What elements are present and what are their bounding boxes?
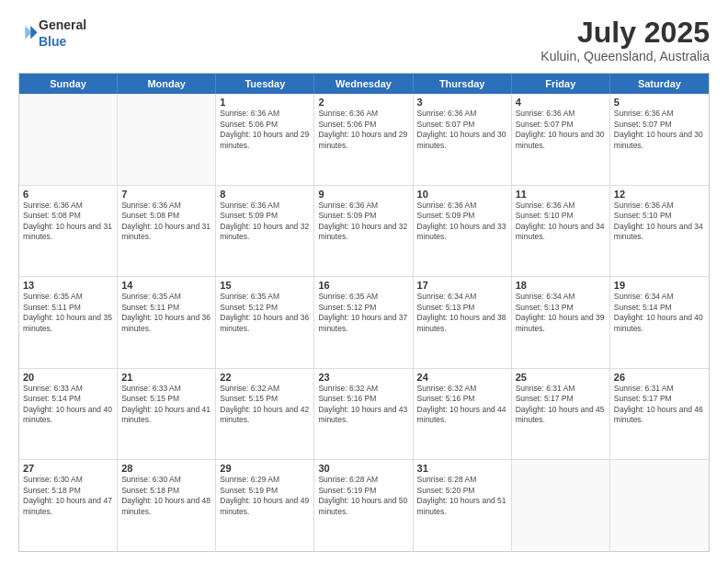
calendar-title: July 2025 <box>540 17 710 49</box>
day-info: Sunrise: 6:36 AM Sunset: 5:10 PM Dayligh… <box>614 201 705 243</box>
calendar-location: Kuluin, Queensland, Australia <box>540 49 710 63</box>
day-number: 29 <box>220 463 310 474</box>
calendar-week-1: 1Sunrise: 6:36 AM Sunset: 5:06 PM Daylig… <box>19 94 709 185</box>
day-number: 20 <box>23 372 113 383</box>
day-info: Sunrise: 6:36 AM Sunset: 5:08 PM Dayligh… <box>23 201 113 243</box>
header-day-wednesday: Wednesday <box>314 74 413 94</box>
calendar-week-5: 27Sunrise: 6:30 AM Sunset: 5:18 PM Dayli… <box>19 459 709 551</box>
day-info: Sunrise: 6:36 AM Sunset: 5:07 PM Dayligh… <box>614 109 705 151</box>
day-cell-14: 14Sunrise: 6:35 AM Sunset: 5:11 PM Dayli… <box>118 277 216 368</box>
day-number: 13 <box>23 280 113 291</box>
generalblue-icon <box>18 23 39 43</box>
day-cell-2: 2Sunrise: 6:36 AM Sunset: 5:06 PM Daylig… <box>314 94 413 185</box>
empty-cell <box>512 460 610 551</box>
day-number: 31 <box>417 463 507 474</box>
day-cell-26: 26Sunrise: 6:31 AM Sunset: 5:17 PM Dayli… <box>610 369 709 460</box>
header-day-sunday: Sunday <box>19 74 118 94</box>
title-block: July 2025 Kuluin, Queensland, Australia <box>540 17 710 63</box>
day-cell-1: 1Sunrise: 6:36 AM Sunset: 5:06 PM Daylig… <box>216 94 314 185</box>
day-cell-28: 28Sunrise: 6:30 AM Sunset: 5:18 PM Dayli… <box>118 460 216 551</box>
day-info: Sunrise: 6:28 AM Sunset: 5:20 PM Dayligh… <box>417 475 507 517</box>
day-cell-31: 31Sunrise: 6:28 AM Sunset: 5:20 PM Dayli… <box>414 460 512 551</box>
day-number: 22 <box>220 372 310 383</box>
day-number: 12 <box>614 189 705 200</box>
day-info: Sunrise: 6:34 AM Sunset: 5:13 PM Dayligh… <box>417 292 507 334</box>
day-cell-30: 30Sunrise: 6:28 AM Sunset: 5:19 PM Dayli… <box>314 460 413 551</box>
day-number: 27 <box>23 463 113 474</box>
day-info: Sunrise: 6:32 AM Sunset: 5:16 PM Dayligh… <box>318 384 408 426</box>
calendar-week-2: 6Sunrise: 6:36 AM Sunset: 5:08 PM Daylig… <box>19 185 709 277</box>
day-cell-17: 17Sunrise: 6:34 AM Sunset: 5:13 PM Dayli… <box>414 277 512 368</box>
day-cell-6: 6Sunrise: 6:36 AM Sunset: 5:08 PM Daylig… <box>19 186 118 277</box>
day-info: Sunrise: 6:35 AM Sunset: 5:11 PM Dayligh… <box>23 292 113 334</box>
header-day-monday: Monday <box>118 74 216 94</box>
day-cell-25: 25Sunrise: 6:31 AM Sunset: 5:17 PM Dayli… <box>512 369 610 460</box>
calendar-header: SundayMondayTuesdayWednesdayThursdayFrid… <box>19 74 709 94</box>
logo: General Blue <box>18 17 86 50</box>
header-day-saturday: Saturday <box>610 74 709 94</box>
day-number: 6 <box>23 189 113 200</box>
day-number: 18 <box>516 280 606 291</box>
day-info: Sunrise: 6:36 AM Sunset: 5:06 PM Dayligh… <box>318 109 408 151</box>
day-number: 14 <box>121 280 211 291</box>
day-number: 3 <box>417 97 507 108</box>
day-info: Sunrise: 6:30 AM Sunset: 5:18 PM Dayligh… <box>23 475 113 517</box>
day-number: 25 <box>516 372 606 383</box>
day-cell-5: 5Sunrise: 6:36 AM Sunset: 5:07 PM Daylig… <box>610 94 709 185</box>
day-info: Sunrise: 6:30 AM Sunset: 5:18 PM Dayligh… <box>121 475 211 517</box>
day-number: 26 <box>614 372 705 383</box>
calendar-week-3: 13Sunrise: 6:35 AM Sunset: 5:11 PM Dayli… <box>19 276 709 368</box>
day-info: Sunrise: 6:33 AM Sunset: 5:14 PM Dayligh… <box>23 384 113 426</box>
day-cell-10: 10Sunrise: 6:36 AM Sunset: 5:09 PM Dayli… <box>414 186 512 277</box>
day-info: Sunrise: 6:35 AM Sunset: 5:11 PM Dayligh… <box>121 292 211 334</box>
day-cell-18: 18Sunrise: 6:34 AM Sunset: 5:13 PM Dayli… <box>512 277 610 368</box>
day-cell-7: 7Sunrise: 6:36 AM Sunset: 5:08 PM Daylig… <box>118 186 216 277</box>
day-cell-8: 8Sunrise: 6:36 AM Sunset: 5:09 PM Daylig… <box>216 186 314 277</box>
empty-cell <box>19 94 118 185</box>
day-cell-23: 23Sunrise: 6:32 AM Sunset: 5:16 PM Dayli… <box>314 369 413 460</box>
day-info: Sunrise: 6:36 AM Sunset: 5:09 PM Dayligh… <box>318 201 408 243</box>
day-number: 23 <box>318 372 408 383</box>
day-info: Sunrise: 6:36 AM Sunset: 5:07 PM Dayligh… <box>417 109 507 151</box>
day-number: 19 <box>614 280 705 291</box>
day-info: Sunrise: 6:36 AM Sunset: 5:07 PM Dayligh… <box>516 109 606 151</box>
day-info: Sunrise: 6:35 AM Sunset: 5:12 PM Dayligh… <box>318 292 408 334</box>
day-cell-9: 9Sunrise: 6:36 AM Sunset: 5:09 PM Daylig… <box>314 186 413 277</box>
day-cell-24: 24Sunrise: 6:32 AM Sunset: 5:16 PM Dayli… <box>414 369 512 460</box>
day-cell-22: 22Sunrise: 6:32 AM Sunset: 5:15 PM Dayli… <box>216 369 314 460</box>
day-number: 10 <box>417 189 507 200</box>
day-info: Sunrise: 6:36 AM Sunset: 5:09 PM Dayligh… <box>220 201 310 243</box>
header-day-tuesday: Tuesday <box>216 74 314 94</box>
day-info: Sunrise: 6:28 AM Sunset: 5:19 PM Dayligh… <box>318 475 408 517</box>
day-info: Sunrise: 6:31 AM Sunset: 5:17 PM Dayligh… <box>614 384 705 426</box>
calendar: SundayMondayTuesdayWednesdayThursdayFrid… <box>18 73 710 552</box>
day-number: 5 <box>614 97 705 108</box>
header-day-friday: Friday <box>512 74 610 94</box>
day-info: Sunrise: 6:36 AM Sunset: 5:08 PM Dayligh… <box>121 201 211 243</box>
day-cell-16: 16Sunrise: 6:35 AM Sunset: 5:12 PM Dayli… <box>314 277 413 368</box>
calendar-body: 1Sunrise: 6:36 AM Sunset: 5:06 PM Daylig… <box>19 94 709 551</box>
day-number: 1 <box>220 97 310 108</box>
day-number: 7 <box>121 189 211 200</box>
logo-blue: Blue <box>39 34 66 49</box>
day-number: 28 <box>121 463 211 474</box>
day-cell-21: 21Sunrise: 6:33 AM Sunset: 5:15 PM Dayli… <box>118 369 216 460</box>
day-number: 8 <box>220 189 310 200</box>
day-number: 11 <box>516 189 606 200</box>
header-day-thursday: Thursday <box>414 74 512 94</box>
day-info: Sunrise: 6:29 AM Sunset: 5:19 PM Dayligh… <box>220 475 310 517</box>
empty-cell <box>118 94 216 185</box>
logo-general: General <box>39 17 86 32</box>
day-cell-29: 29Sunrise: 6:29 AM Sunset: 5:19 PM Dayli… <box>216 460 314 551</box>
calendar-week-4: 20Sunrise: 6:33 AM Sunset: 5:14 PM Dayli… <box>19 368 709 460</box>
day-number: 2 <box>318 97 408 108</box>
day-number: 30 <box>318 463 408 474</box>
day-cell-15: 15Sunrise: 6:35 AM Sunset: 5:12 PM Dayli… <box>216 277 314 368</box>
day-info: Sunrise: 6:31 AM Sunset: 5:17 PM Dayligh… <box>516 384 606 426</box>
day-cell-11: 11Sunrise: 6:36 AM Sunset: 5:10 PM Dayli… <box>512 186 610 277</box>
day-info: Sunrise: 6:36 AM Sunset: 5:06 PM Dayligh… <box>220 109 310 151</box>
day-number: 17 <box>417 280 507 291</box>
day-number: 24 <box>417 372 507 383</box>
day-info: Sunrise: 6:36 AM Sunset: 5:09 PM Dayligh… <box>417 201 507 243</box>
day-info: Sunrise: 6:35 AM Sunset: 5:12 PM Dayligh… <box>220 292 310 334</box>
